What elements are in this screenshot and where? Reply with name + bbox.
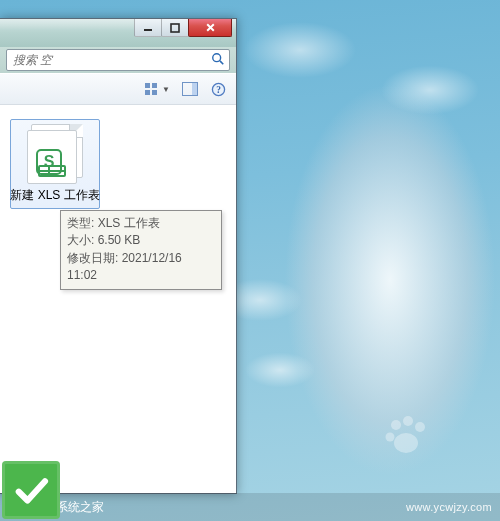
svg-rect-14	[192, 83, 197, 95]
tooltip-modified-key: 修改日期	[67, 251, 122, 265]
help-button[interactable]: ?	[206, 78, 230, 100]
file-tooltip: 类型XLS 工作表 大小6.50 KB 修改日期2021/12/16 11:02	[60, 210, 222, 290]
view-options-button[interactable]: ▼	[140, 78, 174, 100]
paw-watermark-icon	[382, 411, 430, 459]
search-input[interactable]	[13, 50, 211, 70]
tooltip-size-value: 6.50 KB	[98, 233, 141, 247]
spreadsheet-file-icon: S	[27, 124, 83, 184]
minimize-button[interactable]	[134, 19, 162, 37]
help-icon: ?	[211, 82, 226, 97]
svg-point-2	[415, 422, 425, 432]
close-button[interactable]	[188, 19, 232, 37]
close-icon	[205, 22, 216, 33]
preview-pane-button[interactable]	[178, 78, 202, 100]
svg-point-4	[394, 433, 418, 453]
svg-line-8	[220, 60, 223, 63]
svg-rect-12	[152, 90, 157, 95]
explorer-window: ▼ ? S 新建 XLS 工作表	[0, 18, 237, 494]
watermark-bar: 纯净系统之家 www.ycwjzy.com	[0, 493, 500, 521]
svg-text:?: ?	[216, 85, 221, 95]
explorer-toolbar: ▼ ?	[0, 73, 236, 105]
chevron-down-icon: ▼	[162, 85, 170, 94]
check-icon	[10, 469, 52, 511]
preview-pane-icon	[182, 82, 198, 96]
tooltip-size-key: 大小	[67, 233, 98, 247]
tooltip-type-key: 类型	[67, 216, 98, 230]
svg-point-3	[386, 433, 395, 442]
svg-rect-6	[171, 24, 179, 32]
search-icon[interactable]	[211, 52, 225, 69]
maximize-icon	[170, 23, 180, 33]
svg-rect-10	[152, 83, 157, 88]
svg-point-7	[213, 53, 221, 61]
maximize-button[interactable]	[161, 19, 189, 37]
svg-point-1	[403, 416, 413, 426]
tooltip-type-value: XLS 工作表	[98, 216, 160, 230]
svg-rect-9	[145, 83, 150, 88]
svg-rect-11	[145, 90, 150, 95]
search-bar	[0, 47, 236, 73]
file-list-area[interactable]: S 新建 XLS 工作表 类型XLS 工作表 大小6.50 KB 修改日期202…	[0, 105, 236, 493]
file-item[interactable]: S 新建 XLS 工作表	[10, 119, 100, 209]
success-check-overlay	[2, 461, 60, 519]
svg-rect-5	[144, 29, 152, 31]
file-label: 新建 XLS 工作表	[10, 188, 99, 202]
search-box[interactable]	[6, 49, 230, 71]
brand-url: www.ycwjzy.com	[406, 501, 492, 513]
minimize-icon	[143, 23, 153, 33]
svg-point-0	[391, 420, 401, 430]
window-titlebar[interactable]	[0, 19, 236, 47]
view-icon	[144, 82, 158, 96]
